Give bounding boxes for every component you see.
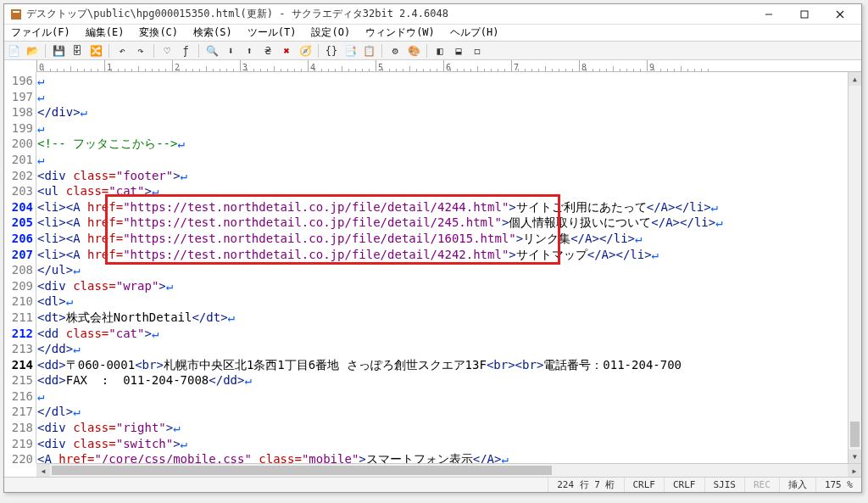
line-number[interactable]: 202 [4, 168, 33, 184]
line-number[interactable]: 205 [4, 215, 33, 231]
code-line[interactable]: ↵ [37, 152, 848, 168]
ruler-minor-tick [681, 66, 682, 71]
save-all-icon[interactable]: 🗄 [70, 43, 85, 59]
code-line[interactable]: <li><A href="https://test.northdetail.co… [37, 199, 848, 215]
horizontal-scrollbar[interactable]: ◀ ▶ [36, 463, 861, 477]
line-number[interactable]: 197 [4, 89, 33, 105]
close-button[interactable] [822, 6, 858, 23]
line-number[interactable]: 218 [4, 420, 33, 436]
code-line[interactable]: </div>↵ [37, 104, 848, 120]
line-number[interactable]: 219 [4, 436, 33, 452]
code-line[interactable]: </ul>↵ [37, 262, 848, 278]
settings-icon[interactable]: ⚙ [387, 43, 403, 59]
line-number-gutter[interactable]: 1961971981992002012022032042052062072082… [4, 72, 36, 463]
line-number[interactable]: 200 [4, 136, 33, 152]
minimize-button[interactable] [751, 6, 787, 23]
replace-icon[interactable]: ₴ [260, 43, 275, 59]
line-number[interactable]: 199 [4, 120, 33, 137]
vertical-scrollbar[interactable]: ▲ ▼ [848, 72, 861, 463]
ruler-minor-tick [667, 69, 668, 71]
code-line[interactable]: <div class="footer">↵ [37, 168, 848, 184]
menu-item-0[interactable]: ファイル(F) [6, 25, 75, 41]
search-down-icon[interactable]: ⬇ [223, 43, 238, 59]
scroll-up-button[interactable]: ▲ [849, 72, 861, 86]
horizontal-scroll-thumb[interactable] [52, 466, 552, 475]
code-line[interactable]: <dd>〒060-0001<br>札幌市中央区北1条西1丁目6番地 さっぽろ創世… [37, 357, 848, 373]
search-up-icon[interactable]: ⬆ [242, 43, 257, 59]
clear-mark-icon[interactable]: ✖ [279, 43, 294, 59]
toggle-icon[interactable]: 🔀 [88, 43, 103, 59]
line-number[interactable]: 214 [4, 357, 33, 373]
code-line[interactable]: <li><A href="https://test.northdetail.co… [37, 215, 848, 231]
status-insert-mode: 挿入 [779, 478, 815, 492]
line-number[interactable]: 213 [4, 341, 33, 357]
code-line[interactable]: <dt>株式会社NorthDetail</dt>↵ [37, 310, 848, 326]
hsplit-icon[interactable]: ⬓ [451, 43, 466, 59]
scroll-right-button[interactable]: ▶ [848, 464, 861, 478]
line-number[interactable]: 208 [4, 262, 33, 278]
scroll-left-button[interactable]: ◀ [36, 464, 50, 478]
code-line[interactable]: <dl>↵ [37, 293, 848, 310]
search-icon[interactable]: 🔍 [204, 43, 220, 59]
line-number[interactable]: 210 [4, 293, 33, 310]
menu-item-6[interactable]: ウィンドウ(W) [360, 25, 440, 41]
save-icon[interactable]: 💾 [51, 43, 66, 59]
code-line[interactable]: <li><A href="https://test.northdetail.co… [37, 231, 848, 247]
horizontal-scroll-track[interactable] [50, 464, 848, 477]
line-number[interactable]: 206 [4, 231, 33, 247]
title-bar: デスクトップ\public\hpg000015350.html(更新) - サク… [4, 4, 861, 25]
line-number[interactable]: 220 [4, 451, 33, 463]
code-line[interactable]: <A href="/core/css/mobile.css" class="mo… [37, 451, 848, 463]
code-line[interactable]: <div class="wrap">↵ [37, 278, 848, 294]
line-number[interactable]: 204 [4, 199, 33, 215]
new-file-icon[interactable]: 📄 [6, 43, 21, 59]
menu-item-5[interactable]: 設定(O) [306, 25, 355, 41]
brace-icon[interactable]: {} [324, 43, 339, 59]
line-number[interactable]: 217 [4, 404, 33, 420]
bookmark-list-icon[interactable]: 📑 [342, 43, 358, 59]
line-number[interactable]: 209 [4, 278, 33, 294]
redo-icon[interactable]: ↷ [133, 43, 148, 59]
code-line[interactable]: <li><A href="https://test.northdetail.co… [37, 247, 848, 263]
code-line[interactable]: <dd class="cat">↵ [37, 326, 848, 342]
favorite-icon[interactable]: ♡ [159, 43, 175, 59]
func-icon[interactable]: ƒ [178, 43, 193, 59]
menu-item-1[interactable]: 編集(E) [81, 25, 130, 41]
color-icon[interactable]: 🎨 [406, 43, 421, 59]
code-line[interactable]: ↵ [37, 89, 848, 105]
code-line[interactable]: <div class="switch">↵ [37, 436, 848, 452]
menu-item-2[interactable]: 変換(C) [134, 25, 183, 41]
code-line[interactable]: </dd>↵ [37, 341, 848, 357]
vsplit-icon[interactable]: ◧ [432, 43, 448, 59]
line-number[interactable]: 196 [4, 73, 33, 89]
menu-item-3[interactable]: 検索(S) [188, 25, 237, 41]
vertical-scroll-thumb[interactable] [850, 422, 860, 447]
line-number[interactable]: 198 [4, 104, 33, 120]
maximize-button[interactable] [787, 6, 822, 23]
line-number[interactable]: 203 [4, 183, 33, 199]
vertical-scroll-track[interactable] [849, 86, 861, 450]
line-number[interactable]: 211 [4, 310, 33, 326]
code-line[interactable]: ↵ [37, 73, 848, 89]
code-line[interactable]: ↵ [37, 388, 848, 405]
code-line[interactable]: <!-- フッタここから-->↵ [37, 136, 848, 152]
menu-item-7[interactable]: ヘルプ(H) [445, 25, 504, 41]
code-line[interactable]: <dd>FAX : 011-204-7008</dd>↵ [37, 372, 848, 388]
line-number[interactable]: 216 [4, 388, 33, 405]
menu-item-4[interactable]: ツール(T) [242, 25, 302, 41]
open-icon[interactable]: 📂 [25, 43, 40, 59]
code-area[interactable]: ↵↵</div>↵↵<!-- フッタここから-->↵↵<div class="f… [36, 72, 848, 463]
line-number[interactable]: 201 [4, 152, 33, 168]
code-line[interactable]: </dl>↵ [37, 404, 848, 420]
scroll-down-button[interactable]: ▼ [849, 450, 861, 463]
line-number[interactable]: 207 [4, 247, 33, 263]
close-split-icon[interactable]: ◻ [470, 43, 485, 59]
grep-icon[interactable]: 🧭 [298, 43, 313, 59]
undo-icon[interactable]: ↶ [114, 43, 130, 59]
line-number[interactable]: 212 [4, 326, 33, 342]
code-line[interactable]: ↵ [37, 120, 848, 137]
code-line[interactable]: <ul class="cat">↵ [37, 183, 848, 199]
type-list-icon[interactable]: 📋 [361, 43, 376, 59]
code-line[interactable]: <div class="right">↵ [37, 420, 848, 436]
line-number[interactable]: 215 [4, 372, 33, 388]
